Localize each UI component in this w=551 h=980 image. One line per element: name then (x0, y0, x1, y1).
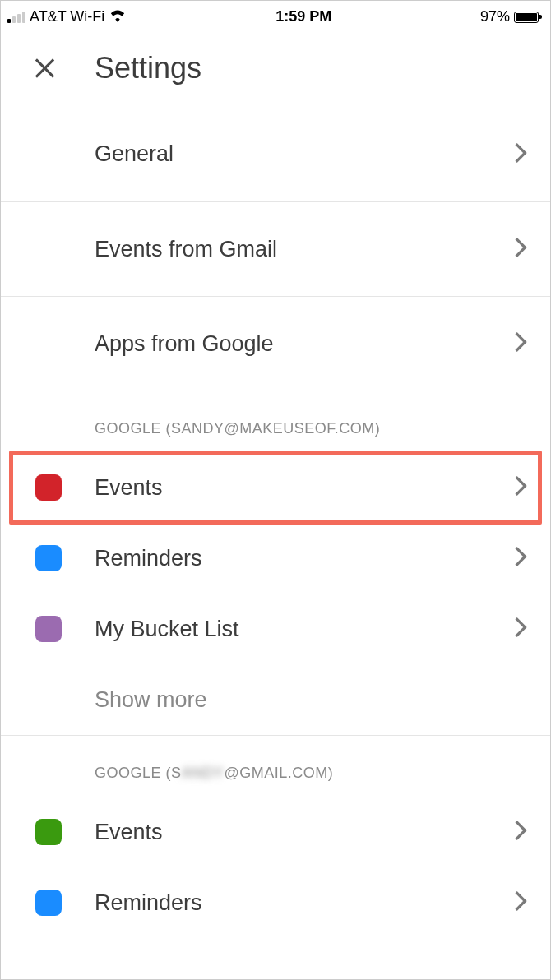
calendar-item-events[interactable]: Events (1, 797, 550, 867)
chevron-right-icon (514, 890, 527, 915)
page-header: Settings (1, 30, 550, 107)
battery-icon (514, 12, 539, 23)
chevron-right-icon (514, 617, 527, 641)
close-icon[interactable] (34, 58, 55, 79)
settings-item-general[interactable]: General (1, 107, 550, 201)
color-chip (35, 545, 62, 571)
header-prefix: GOOGLE (S (95, 765, 182, 781)
row-label: Apps from Google (95, 331, 514, 357)
carrier-label: AT&T Wi-Fi (30, 8, 104, 25)
settings-item-apps-from-google[interactable]: Apps from Google (1, 296, 550, 391)
chevron-right-icon (514, 142, 527, 167)
chevron-right-icon (514, 237, 527, 261)
row-label: Reminders (95, 890, 514, 916)
row-label: My Bucket List (95, 617, 514, 642)
header-suffix: @GMAIL.COM) (225, 765, 334, 781)
account-header: GOOGLE (SANDY@GMAIL.COM) (1, 736, 550, 797)
color-chip (35, 819, 62, 845)
page-title: Settings (95, 51, 201, 86)
row-label: Events from Gmail (95, 237, 514, 262)
show-more-button[interactable]: Show more (1, 664, 550, 735)
settings-item-events-from-gmail[interactable]: Events from Gmail (1, 201, 550, 296)
chevron-right-icon (514, 546, 527, 571)
calendar-item-reminders[interactable]: Reminders (1, 867, 550, 938)
battery-percentage: 97% (480, 8, 510, 25)
chevron-right-icon (514, 820, 527, 844)
color-chip (35, 616, 62, 642)
signal-icon (7, 12, 25, 23)
status-left: AT&T Wi-Fi (7, 7, 127, 26)
row-label: Reminders (95, 546, 514, 571)
chevron-right-icon (514, 331, 527, 356)
account-header: GOOGLE (SANDY@MAKEUSEOF.COM) (1, 391, 550, 452)
account-section-1: GOOGLE (SANDY@MAKEUSEOF.COM) Events Remi… (1, 391, 550, 735)
calendar-item-events[interactable]: Events (1, 452, 550, 523)
row-label: Events (95, 820, 514, 845)
chevron-right-icon (514, 475, 527, 500)
color-chip (35, 890, 62, 916)
account-section-2: GOOGLE (SANDY@GMAIL.COM) Events Reminder… (1, 735, 550, 938)
header-blurred: ANDY (182, 765, 225, 782)
status-bar: AT&T Wi-Fi 1:59 PM 97% (1, 1, 550, 30)
row-label: Events (95, 475, 514, 501)
status-right: 97% (480, 8, 539, 25)
row-label: Show more (95, 687, 527, 713)
status-time: 1:59 PM (276, 8, 331, 25)
row-label: General (95, 141, 514, 167)
calendar-item-my-bucket-list[interactable]: My Bucket List (1, 594, 550, 664)
calendar-item-reminders[interactable]: Reminders (1, 523, 550, 594)
color-chip (35, 474, 62, 501)
wifi-icon (109, 7, 127, 26)
